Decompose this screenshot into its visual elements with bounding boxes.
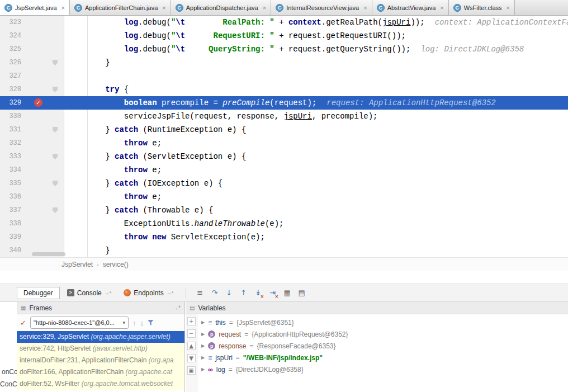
thread-selector[interactable]: "http-nio-8080-exec-1"@6,0... ▾ [30,317,129,329]
tool-tab-console[interactable]: >Console→* [62,287,117,299]
close-tab-icon[interactable]: × [162,4,165,11]
settings-menu-icon[interactable]: ≡ [193,287,206,299]
code-line-328[interactable]: 328 try { [0,83,568,96]
line-number: 324 [0,29,21,42]
code-line-335[interactable]: 335 } catch (IOException e) { [0,177,568,190]
code-token: { [119,85,129,94]
frame-row[interactable]: service:329, JspServlet (org.apache.jasp… [17,331,184,343]
code-line-336[interactable]: 336 throw e; [0,190,568,204]
fold-marker-icon[interactable] [53,87,58,92]
code-line-327[interactable]: 327 [0,69,568,83]
frame-package: (org.apache.jasper.servlet) [91,333,170,341]
tool-tab-endpoints[interactable]: Endpoints→* [119,287,178,299]
move-up-icon[interactable]: ▲ [187,342,196,350]
code-token: context [288,18,321,27]
run-to-cursor-icon[interactable]: ⇥× [266,287,279,299]
code-token: getRealPath [326,18,377,27]
code-line-323[interactable]: 323 log.debug("\t RealPath: " + context.… [0,16,568,29]
close-tab-icon[interactable]: × [440,4,443,11]
step-over-icon[interactable]: ↷ [208,287,221,299]
expand-chevron-icon[interactable]: ▶ [201,332,205,337]
code-token: try [105,85,119,94]
next-frame-icon[interactable]: ↓ [140,319,144,327]
close-tab-icon[interactable]: × [507,4,510,11]
code-token: handleThrowable [195,219,265,228]
view-breakpoints-icon[interactable]: ▦ [281,287,294,299]
line-number: 331 [0,123,21,136]
copy-icon[interactable]: ▣ [187,366,196,375]
move-down-icon[interactable]: ▼ [187,354,196,362]
fold-marker-icon[interactable] [53,127,58,133]
code-text: boolean precompile = preCompile(request)… [68,96,496,110]
console-icon: > [67,289,74,296]
code-token: RequestURI: " [185,31,274,40]
horizontal-scrollbar-thumb[interactable] [32,252,65,256]
mute-breakpoints-icon[interactable]: ▤ [295,287,308,299]
frame-row[interactable]: internalDoFilter:231, ApplicationFilterC… [17,355,184,366]
code-line-332[interactable]: 332 throw e; [0,136,568,150]
code-text: throw e; [68,163,162,177]
editor-tab-2[interactable]: CApplicationDispatcher.java× [171,0,271,15]
breadcrumb-method[interactable]: service() [103,261,129,268]
code-line-339[interactable]: 339 throw new ServletException(e); [0,230,568,244]
editor-tab-3[interactable]: CInternalResourceView.java× [271,0,372,15]
code-line-338[interactable]: 338 ExceptionUtils.handleThrowable(e); [0,217,568,230]
variable-value: {DirectJDKLog@6358} [236,366,304,374]
code-line-329[interactable]: 329✓ boolean precompile = preCompile(req… [0,96,568,110]
fold-marker-icon[interactable] [53,154,58,159]
editor-tab-4[interactable]: CAbstractView.java× [372,0,449,15]
editor-tab-5[interactable]: CWsFilter.class× [449,0,515,15]
step-into-icon[interactable]: ↓ [223,287,235,299]
line-number: 326 [0,56,21,69]
filter-frames-icon[interactable] [148,320,154,326]
code-editor[interactable]: 323 log.debug("\t RealPath: " + context.… [0,16,568,257]
add-icon[interactable]: + [187,317,196,325]
variable-row[interactable]: ▶≡jspUri = "/WEB-INF/jsp/index.jsp" [198,352,568,363]
close-tab-icon[interactable]: × [61,4,65,11]
code-line-340[interactable]: 340 } [0,244,568,257]
fold-marker-icon[interactable] [53,60,58,65]
expand-chevron-icon[interactable]: ▶ [201,343,205,348]
expand-chevron-icon[interactable]: ▶ [201,367,205,372]
chevron-down-icon[interactable]: ▾ [122,320,125,325]
static-field-icon: ∞ [208,366,213,373]
force-step-into-icon[interactable]: ↡× [252,287,264,299]
code-line-331[interactable]: 331 } catch (RuntimeException e) { [0,123,568,136]
frame-row[interactable]: doFilter:52, WsFilter (org.apache.tomcat… [17,378,184,390]
code-token: ( [166,31,171,40]
editor-tab-1[interactable]: CApplicationFilterChain.java× [70,0,171,15]
code-token: RealPath: " [185,18,274,27]
code-line-326[interactable]: 326 } [0,56,568,69]
expand-chevron-icon[interactable]: ▶ [201,320,205,325]
fold-marker-icon[interactable] [53,207,58,213]
remove-icon[interactable]: − [187,329,196,338]
frame-row[interactable]: service:742, HttpServlet (javax.servlet.… [17,343,184,355]
editor-tab-0[interactable]: CJspServlet.java× [0,0,70,15]
fold-marker-icon[interactable] [53,181,58,186]
previous-frame-icon[interactable]: ↑ [132,319,136,327]
variable-row[interactable]: ▶≡this = {JspServlet@6351} [198,317,568,328]
step-out-icon[interactable]: ↑ [237,287,250,299]
expand-chevron-icon[interactable]: ▶ [201,355,205,360]
frames-header: ▦ Frames →* [17,302,184,314]
variable-row[interactable]: ▶presponse = {ResponseFacade@6353} [198,340,568,352]
frames-header-options-icon[interactable]: →* [173,305,181,311]
code-line-334[interactable]: 334 throw e; [0,163,568,177]
code-line-337[interactable]: 337 } catch (Throwable e) { [0,204,568,217]
close-tab-icon[interactable]: × [363,4,367,11]
breakpoint-icon[interactable]: ✓ [34,98,42,107]
tool-tab-debugger[interactable]: Debugger [17,287,60,299]
frame-package: (org.apa [149,356,174,364]
code-line-330[interactable]: 330 serviceJspFile(request, response, js… [0,110,568,123]
close-tab-icon[interactable]: × [263,4,266,11]
code-line-333[interactable]: 333 } catch (ServletException e) { [0,150,568,163]
line-number: 338 [0,217,21,230]
breadcrumb-class[interactable]: JspServlet [61,261,93,268]
code-line-325[interactable]: 325 log.debug("\t QueryString: " + reque… [0,42,568,56]
variable-row[interactable]: ▶∞log = {DirectJDKLog@6358} [198,363,568,375]
splitter-band[interactable] [0,271,568,284]
code-line-324[interactable]: 324 log.debug("\t RequestURI: " + reques… [0,29,568,42]
background-text-fragment: ConC [0,380,17,388]
variable-row[interactable]: ▶prequest = {ApplicationHttpRequest@6352… [198,328,568,340]
frame-row[interactable]: doFilter:166, ApplicationFilterChain (or… [17,366,184,378]
